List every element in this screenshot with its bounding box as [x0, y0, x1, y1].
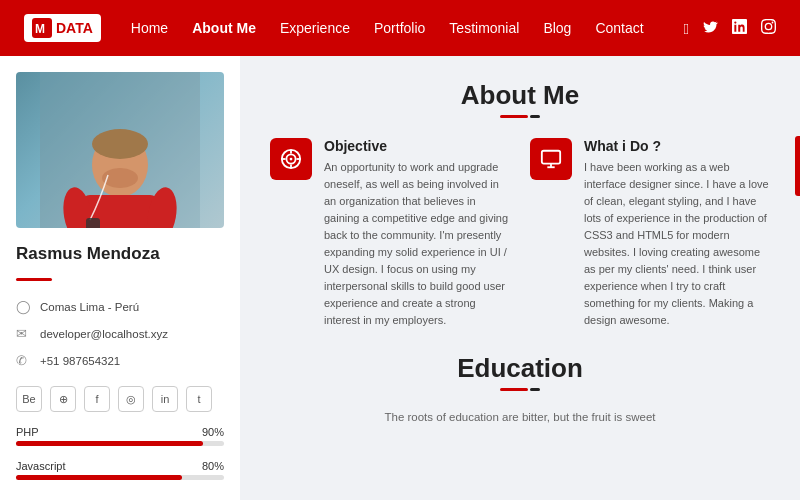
nav-testimonial[interactable]: Testimonial — [449, 20, 519, 36]
svg-rect-11 — [86, 218, 100, 228]
main-layout: Rasmus Mendoza ◯ Comas Lima - Perú ✉ dev… — [0, 56, 800, 500]
skill-bar-php-fill — [16, 441, 203, 446]
edu-underline-red — [500, 388, 528, 391]
objective-icon-box — [270, 138, 312, 180]
name-underline — [16, 278, 52, 281]
profile-image — [40, 72, 200, 228]
about-title-underline — [270, 115, 770, 118]
phone-icon: ✆ — [16, 353, 32, 368]
behance-btn[interactable]: Be — [16, 386, 42, 412]
content-area: About Me — [240, 56, 800, 500]
nav-links: Home About Me Experience Portfolio Testi… — [131, 20, 664, 36]
twitter-icon[interactable] — [703, 19, 718, 37]
education-title-underline — [270, 388, 770, 391]
skill-php: PHP 90% — [16, 426, 224, 446]
education-subtitle: The roots of education are bitter, but t… — [270, 411, 770, 423]
whatido-icon — [540, 148, 562, 170]
underline-red — [500, 115, 528, 118]
skill-bar-php-bg — [16, 441, 224, 446]
objective-text-area: Objective An opportunity to work and upg… — [324, 138, 510, 329]
nav-about[interactable]: About Me — [192, 20, 256, 36]
svg-rect-19 — [542, 151, 560, 164]
nav-experience[interactable]: Experience — [280, 20, 350, 36]
objective-icon — [280, 148, 302, 170]
facebook-btn[interactable]: f — [84, 386, 110, 412]
linkedin-btn[interactable]: in — [152, 386, 178, 412]
objective-title: Objective — [324, 138, 510, 154]
underline-dark — [530, 115, 540, 118]
about-title: About Me — [270, 80, 770, 111]
objective-card: Objective An opportunity to work and upg… — [270, 138, 510, 329]
location-item: ◯ Comas Lima - Perú — [16, 299, 224, 314]
red-accent-bar — [795, 136, 800, 196]
email-icon: ✉ — [16, 326, 32, 341]
skill-js: Javascript 80% — [16, 460, 224, 480]
phone-item: ✆ +51 987654321 — [16, 353, 224, 368]
svg-point-14 — [290, 158, 293, 161]
navbar: M DATA Home About Me Experience Portfoli… — [0, 0, 800, 56]
objective-body: An opportunity to work and upgrade onese… — [324, 159, 510, 329]
email-item: ✉ developer@localhost.xyz — [16, 326, 224, 341]
twitter-btn[interactable]: t — [186, 386, 212, 412]
dribbble-btn[interactable]: ⊕ — [50, 386, 76, 412]
logo-icon: M — [32, 18, 52, 38]
skill-bar-js-bg — [16, 475, 224, 480]
education-title: Education — [270, 353, 770, 384]
whatido-title: What i Do ? — [584, 138, 770, 154]
nav-blog[interactable]: Blog — [543, 20, 571, 36]
social-icons-row: Be ⊕ f ◎ in t — [16, 386, 224, 412]
nav-portfolio[interactable]: Portfolio — [374, 20, 425, 36]
nav-socials:  — [684, 19, 776, 37]
facebook-icon[interactable]:  — [684, 20, 689, 37]
instagram-btn[interactable]: ◎ — [118, 386, 144, 412]
logo[interactable]: M DATA — [24, 14, 101, 42]
whatido-icon-box — [530, 138, 572, 180]
whatido-text-area: What i Do ? I have been working as a web… — [584, 138, 770, 329]
profile-photo — [16, 72, 224, 228]
linkedin-icon[interactable] — [732, 19, 747, 37]
svg-point-6 — [92, 129, 148, 159]
whatido-card: What i Do ? I have been working as a web… — [530, 138, 770, 329]
profile-name: Rasmus Mendoza — [16, 244, 224, 264]
instagram-icon[interactable] — [761, 19, 776, 37]
nav-home[interactable]: Home — [131, 20, 168, 36]
logo-text: DATA — [56, 20, 93, 36]
svg-text:M: M — [35, 22, 45, 36]
location-icon: ◯ — [16, 299, 32, 314]
about-grid: Objective An opportunity to work and upg… — [270, 138, 770, 329]
edu-underline-dark — [530, 388, 540, 391]
sidebar: Rasmus Mendoza ◯ Comas Lima - Perú ✉ dev… — [0, 56, 240, 500]
nav-contact[interactable]: Contact — [595, 20, 643, 36]
education-section: Education The roots of education are bit… — [270, 353, 770, 423]
whatido-body: I have been working as a web interface d… — [584, 159, 770, 329]
skill-bar-js-fill — [16, 475, 182, 480]
